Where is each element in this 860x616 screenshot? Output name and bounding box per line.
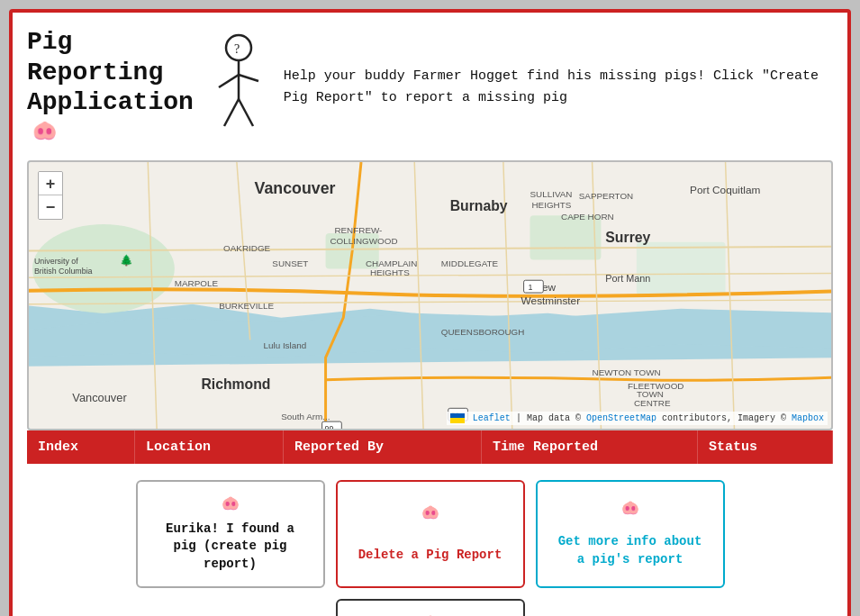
- svg-rect-13: [530, 216, 602, 260]
- svg-text:South Arm...: South Arm...: [281, 412, 330, 422]
- svg-line-3: [219, 75, 239, 87]
- svg-text:1: 1: [529, 283, 533, 292]
- svg-text:Vancouver: Vancouver: [72, 392, 127, 405]
- svg-rect-58: [524, 281, 544, 294]
- svg-text:BURKEVILLE: BURKEVILLE: [219, 301, 274, 311]
- col-header-reported-by: Reported By: [284, 430, 482, 464]
- svg-text:COLLINGWOOD: COLLINGWOOD: [330, 236, 397, 246]
- svg-text:SAPPERTON: SAPPERTON: [579, 192, 633, 202]
- svg-text:HEIGHTS: HEIGHTS: [370, 268, 410, 278]
- stick-figure-icon: ?: [212, 32, 266, 144]
- create-pig-icon: 🐽: [222, 494, 240, 514]
- svg-text:HEIGHTS: HEIGHTS: [531, 201, 571, 211]
- header: Pig Reporting Application 🐽 ?: [27, 27, 833, 148]
- svg-text:Port Coquitlam: Port Coquitlam: [690, 184, 760, 196]
- svg-text:OAKRIDGE: OAKRIDGE: [223, 243, 270, 253]
- mapbox-link[interactable]: Mapbox: [792, 413, 824, 423]
- svg-text:SULLIVAN: SULLIVAN: [530, 190, 572, 200]
- header-description: Help your buddy Farmer Hogget find his m…: [284, 66, 833, 109]
- app-container: Pig Reporting Application 🐽 ?: [9, 9, 851, 616]
- svg-text:Richmond: Richmond: [201, 376, 270, 392]
- col-header-status: Status: [698, 430, 833, 464]
- zoom-in-button[interactable]: +: [39, 172, 62, 195]
- delete-report-button[interactable]: 🐽 Delete a Pig Report: [336, 480, 525, 587]
- leaflet-link[interactable]: Leaflet: [473, 413, 511, 423]
- svg-text:Vancouver: Vancouver: [255, 179, 336, 197]
- svg-text:Lulu Island: Lulu Island: [263, 341, 306, 351]
- svg-text:Surrey: Surrey: [605, 230, 650, 245]
- attribution-mid2: contributors, Imagery ©: [662, 413, 786, 423]
- svg-line-5: [224, 99, 239, 126]
- svg-text:University of: University of: [34, 258, 78, 267]
- title-line1: Pig Reporting: [27, 28, 163, 86]
- svg-line-6: [239, 99, 253, 126]
- title-line2: Application: [27, 88, 194, 116]
- svg-text:99: 99: [325, 424, 334, 429]
- get-info-button[interactable]: 🐽 Get more info about a pig's report: [536, 480, 725, 587]
- svg-text:QUEENSBOROUGH: QUEENSBOROUGH: [441, 328, 525, 338]
- delete-pig-icon: 🐽: [421, 503, 439, 523]
- osm-link[interactable]: OpenStreetMap: [586, 413, 656, 423]
- svg-line-4: [239, 75, 258, 81]
- svg-text:Port Mann: Port Mann: [605, 274, 650, 285]
- action-buttons-section: 🐽 Eurika! I found a pig (create pig repo…: [27, 464, 833, 616]
- get-info-label: Get more info about a pig's report: [554, 533, 707, 568]
- table-header: Index Location Reported By Time Reported…: [27, 430, 833, 464]
- map-background: Vancouver Burnaby Surrey New Westminster…: [29, 162, 831, 429]
- svg-text:RENFREW-: RENFREW-: [334, 225, 382, 235]
- delete-report-label: Delete a Pig Report: [358, 547, 502, 565]
- svg-text:CAPE HORN: CAPE HORN: [561, 213, 614, 222]
- svg-text:NEWTON TOWN: NEWTON TOWN: [593, 367, 661, 377]
- svg-text:🌲: 🌲: [120, 255, 133, 267]
- svg-text:British Columbia: British Columbia: [34, 267, 93, 276]
- info-pig-icon: 🐽: [621, 499, 639, 519]
- update-pig-icon: 🐽: [421, 613, 439, 616]
- update-status-button[interactable]: 🐽 Update the status of a pig's report: [336, 599, 525, 616]
- attribution-mid: | Map data ©: [516, 413, 581, 423]
- svg-text:Westminster: Westminster: [521, 294, 581, 307]
- map-attribution: Leaflet | Map data © OpenStreetMap contr…: [447, 412, 828, 425]
- pig-emoji-icon: 🐽: [32, 121, 57, 143]
- svg-rect-14: [637, 242, 726, 295]
- col-header-location: Location: [135, 430, 284, 464]
- page-title: Pig Reporting Application 🐽: [27, 27, 194, 148]
- zoom-out-button[interactable]: −: [39, 195, 62, 219]
- svg-text:MARPOLE: MARPOLE: [175, 279, 219, 289]
- title-block: Pig Reporting Application 🐽: [27, 27, 194, 148]
- create-report-label: Eurika! I found a pig (create pig report…: [154, 521, 307, 574]
- map-container: Vancouver Burnaby Surrey New Westminster…: [27, 160, 833, 430]
- col-header-index: Index: [27, 430, 135, 464]
- map-zoom-controls: + −: [38, 171, 63, 220]
- svg-text:CENTRE: CENTRE: [634, 399, 671, 409]
- create-report-button[interactable]: 🐽 Eurika! I found a pig (create pig repo…: [136, 480, 325, 587]
- col-header-time-reported: Time Reported: [482, 430, 698, 464]
- svg-text:?: ?: [234, 42, 240, 56]
- svg-text:Burnaby: Burnaby: [450, 199, 508, 214]
- ukraine-flag-icon: [450, 413, 465, 423]
- svg-text:MIDDLEGATE: MIDDLEGATE: [441, 259, 499, 269]
- svg-text:SUNSET: SUNSET: [272, 259, 308, 269]
